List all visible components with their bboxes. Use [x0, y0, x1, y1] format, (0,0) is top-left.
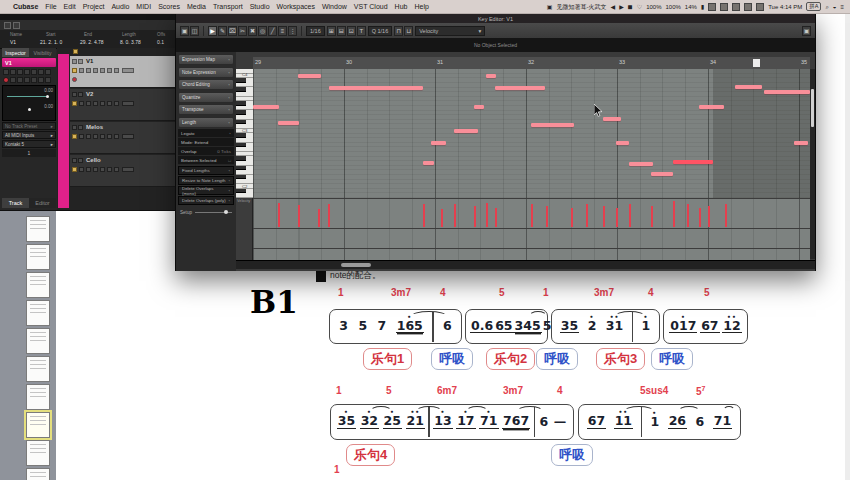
- volume-slider-knob[interactable]: [46, 95, 49, 98]
- note-grid[interactable]: [253, 69, 810, 198]
- menu-hub[interactable]: Hub: [395, 3, 408, 10]
- velocity-bar[interactable]: [423, 204, 425, 227]
- track-preset-slot[interactable]: No Track Preset▸: [2, 122, 56, 130]
- volume-slider[interactable]: [7, 96, 47, 97]
- transport-icon[interactable]: ◼: [628, 4, 633, 10]
- velocity-bar[interactable]: [586, 204, 588, 227]
- velocity-bar[interactable]: [603, 206, 605, 227]
- midi-note[interactable]: [699, 105, 724, 109]
- track-mini-button[interactable]: [107, 101, 112, 106]
- menu-media[interactable]: Media: [187, 3, 206, 10]
- track-mini-button[interactable]: [86, 167, 91, 172]
- vertical-scrollbar[interactable]: [810, 69, 815, 259]
- midi-note[interactable]: [794, 141, 808, 145]
- track-row-v2[interactable]: V2: [70, 89, 175, 121]
- page-thumbnail[interactable]: [26, 440, 50, 466]
- velocity-bar[interactable]: [531, 204, 533, 227]
- zoom-tool[interactable]: ◎: [258, 26, 267, 36]
- view-option-icon[interactable]: ⊞: [327, 26, 336, 36]
- track-mini-button[interactable]: [79, 167, 84, 172]
- track-wide-button[interactable]: [122, 167, 134, 172]
- draw-tool[interactable]: ✎: [218, 26, 227, 36]
- tab-visibility[interactable]: Visibility: [29, 48, 56, 57]
- track-mini-button[interactable]: [100, 134, 105, 139]
- horizontal-scrollbar[interactable]: [236, 260, 815, 269]
- mute-tool[interactable]: ✖: [248, 26, 257, 36]
- velocity-lane[interactable]: [253, 198, 810, 229]
- midi-note[interactable]: [616, 141, 629, 145]
- list-tool[interactable]: ≡: [278, 26, 287, 36]
- midi-note[interactable]: [253, 105, 279, 109]
- length-row-between-selected[interactable]: Between Selected□: [178, 156, 234, 165]
- link-icon[interactable]: ⊓: [394, 26, 403, 36]
- controller-lane-label[interactable]: [236, 228, 253, 248]
- page-thumbnail[interactable]: [26, 384, 50, 410]
- midi-note[interactable]: [603, 117, 621, 121]
- velocity-bar[interactable]: [673, 201, 675, 227]
- velocity-bar[interactable]: [486, 203, 488, 227]
- status-app-icon[interactable]: [720, 3, 728, 11]
- track-wide-button[interactable]: [122, 134, 134, 139]
- menu-midi[interactable]: MIDI: [136, 3, 151, 10]
- solo-button[interactable]: [78, 59, 83, 64]
- track-mini-button[interactable]: [114, 101, 119, 106]
- input-method-chip[interactable]: 拼A: [806, 2, 821, 11]
- menu-scores[interactable]: Scores: [158, 3, 180, 10]
- tab-editor[interactable]: Editor: [29, 198, 56, 208]
- section-length[interactable]: Length◦: [178, 117, 234, 128]
- velocity-lane-label[interactable]: Velocity: [236, 198, 253, 228]
- velocity-bar[interactable]: [495, 208, 497, 227]
- midi-channel-field[interactable]: 1: [2, 149, 56, 157]
- track-mini-button[interactable]: [79, 134, 84, 139]
- mute-button[interactable]: [72, 125, 77, 130]
- menu-audio[interactable]: Audio: [111, 3, 129, 10]
- track-mini-button[interactable]: [79, 68, 84, 73]
- view-option-icon[interactable]: ⊟: [337, 26, 346, 36]
- section-chord-editing[interactable]: Chord Editing◦: [178, 79, 234, 90]
- track-mini-button[interactable]: [17, 69, 23, 75]
- setup-slider-knob[interactable]: [224, 210, 228, 214]
- status-app-icon[interactable]: [756, 3, 764, 11]
- velocity-bar[interactable]: [318, 209, 320, 227]
- velocity-bar[interactable]: [651, 206, 653, 227]
- track-mini-button[interactable]: [93, 68, 98, 73]
- vertical-scrollbar-handle[interactable]: [811, 89, 814, 127]
- velocity-bar[interactable]: [571, 208, 573, 227]
- search-icon[interactable]: ⌕: [825, 4, 828, 10]
- controller-lane[interactable]: [253, 228, 810, 249]
- menu-list-icon[interactable]: ≡: [840, 4, 844, 10]
- velocity-bar[interactable]: [725, 204, 727, 227]
- track-mini-button[interactable]: [3, 69, 9, 75]
- object-select-tool[interactable]: ▶: [208, 26, 217, 36]
- link-icon[interactable]: ⊔: [404, 26, 413, 36]
- track-mini-button[interactable]: [93, 167, 98, 172]
- velocity-bar[interactable]: [474, 206, 476, 227]
- track-mini-button[interactable]: [107, 167, 112, 172]
- track-mini-button[interactable]: [93, 134, 98, 139]
- midi-note[interactable]: [673, 160, 713, 164]
- menu-project[interactable]: Project: [83, 3, 105, 10]
- velocity-bar[interactable]: [454, 204, 456, 227]
- track-mini-button[interactable]: [86, 68, 91, 73]
- project-tool-icon[interactable]: [4, 22, 11, 29]
- page-thumbnail[interactable]: [26, 300, 50, 326]
- midi-note[interactable]: [474, 105, 484, 109]
- track-mini-button[interactable]: [38, 69, 44, 75]
- track-mini-button[interactable]: [38, 77, 44, 83]
- midi-note[interactable]: [735, 85, 762, 89]
- button-delete-overlaps-poly-[interactable]: Delete Overlaps (poly)◦: [178, 196, 234, 205]
- midi-note[interactable]: [486, 74, 496, 78]
- battery-icon[interactable]: ▮: [701, 4, 704, 10]
- velocity-bar[interactable]: [278, 203, 280, 227]
- page-thumbnail[interactable]: [26, 216, 50, 242]
- pan-knob[interactable]: [28, 108, 31, 111]
- editor-window-icon[interactable]: ▣: [180, 26, 189, 36]
- page-thumbnail[interactable]: [26, 328, 50, 354]
- solo-button[interactable]: [78, 125, 83, 130]
- section-transpose[interactable]: Transpose◦: [178, 104, 234, 115]
- quantize-preset-box[interactable]: Q 1/16: [368, 26, 393, 36]
- more-tools[interactable]: ⋮: [288, 26, 297, 36]
- length-row-mode-extend[interactable]: Mode: Extend: [178, 138, 234, 147]
- midi-note[interactable]: [651, 172, 673, 176]
- section-quantize[interactable]: Quantize◦: [178, 92, 234, 103]
